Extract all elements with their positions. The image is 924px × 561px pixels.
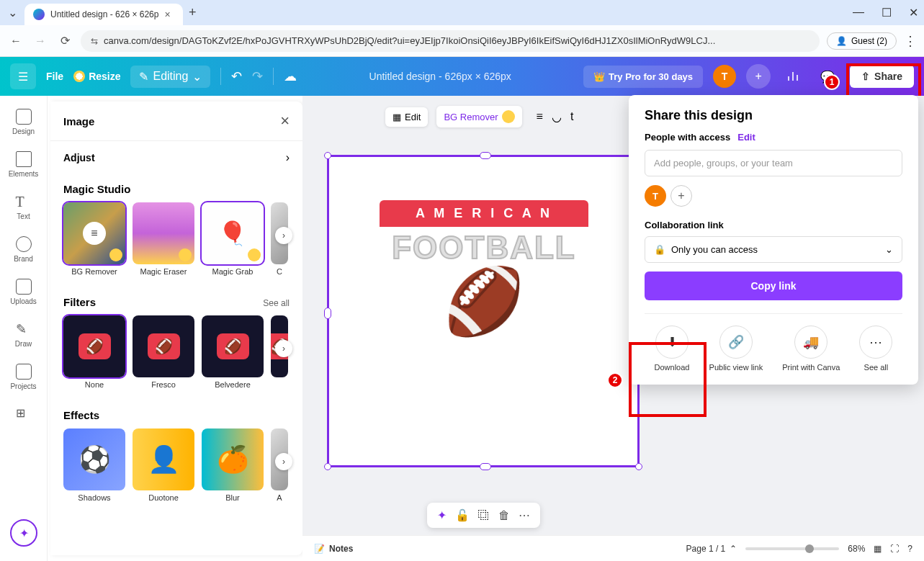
try-pro-button[interactable]: 👑Try Pro for 30 days bbox=[583, 66, 703, 88]
football-logo-image[interactable]: A M E R I C A N FOOTBALL 🏈 bbox=[380, 200, 588, 333]
rail-elements[interactable]: Elements bbox=[0, 145, 47, 184]
undo-icon[interactable]: ↶ bbox=[231, 68, 242, 84]
share-button[interactable]: ⇧ Share bbox=[850, 65, 914, 88]
rail-draw[interactable]: ✎Draw bbox=[0, 315, 47, 354]
magic-grab[interactable]: Magic Grab bbox=[202, 202, 264, 276]
page-indicator[interactable]: Page 1 / 1⌃ bbox=[686, 544, 737, 554]
rail-projects[interactable]: Projects bbox=[0, 358, 47, 396]
see-all-action[interactable]: ⋯See all bbox=[859, 326, 892, 372]
magic-assistant-button[interactable]: ✦ bbox=[10, 519, 37, 547]
editing-mode-button[interactable]: ✎Editing⌄ bbox=[130, 66, 210, 88]
resize-handle[interactable] bbox=[480, 463, 491, 470]
add-collaborator-button[interactable]: + bbox=[670, 185, 692, 207]
list-icon[interactable]: ≡ bbox=[537, 110, 543, 123]
browser-chrome: ⌄ Untitled design - 626 × 626p × + — ☐ ✕ bbox=[0, 0, 924, 25]
download-action[interactable]: ⬇Download bbox=[655, 326, 690, 372]
rail-apps[interactable]: ⊞ bbox=[0, 400, 47, 428]
new-tab-button[interactable]: + bbox=[189, 5, 197, 20]
browser-tab[interactable]: Untitled design - 626 × 626p × bbox=[24, 4, 183, 25]
scroll-right-icon[interactable]: › bbox=[275, 227, 292, 244]
magic-bg-remover[interactable]: BG Remover bbox=[63, 202, 125, 276]
filter-none[interactable]: None bbox=[63, 315, 125, 389]
site-info-icon[interactable]: ⇆ bbox=[91, 36, 98, 46]
add-member-button[interactable]: + bbox=[746, 64, 771, 89]
lock-icon[interactable]: 🔓 bbox=[455, 508, 470, 522]
delete-icon[interactable]: 🗑 bbox=[498, 509, 510, 522]
rail-brand[interactable]: Brand bbox=[0, 230, 47, 269]
browser-menu-icon[interactable]: ⋮ bbox=[904, 33, 917, 49]
copy-link-button[interactable]: Copy link bbox=[645, 271, 902, 300]
canva-top-bar: ☰ File Resize ✎Editing⌄ ↶ ↷ ☁ Untitled d… bbox=[0, 57, 924, 96]
more-icon[interactable]: ⋯ bbox=[519, 508, 530, 522]
divider bbox=[273, 68, 274, 85]
design-canvas[interactable]: A M E R I C A N FOOTBALL 🏈 bbox=[328, 156, 638, 466]
magic-studio-row: BG Remover Magic Eraser Magic Grab C › bbox=[63, 202, 290, 276]
rail-uploads[interactable]: Uploads bbox=[0, 273, 47, 311]
copy-icon[interactable]: ⿻ bbox=[478, 509, 490, 522]
minimize-icon[interactable]: — bbox=[853, 6, 864, 19]
lock-icon: 🔒 bbox=[654, 244, 665, 255]
fullscreen-icon[interactable]: ⛶ bbox=[890, 544, 899, 554]
scroll-right-icon[interactable]: › bbox=[275, 453, 292, 470]
resize-handle[interactable] bbox=[324, 152, 331, 159]
annotation-marker-2: 2 bbox=[607, 372, 623, 388]
notes-icon: 📝 bbox=[314, 544, 325, 554]
zoom-value[interactable]: 68% bbox=[848, 544, 865, 554]
notes-button[interactable]: 📝Notes bbox=[314, 544, 353, 554]
text-icon[interactable]: t bbox=[570, 110, 573, 123]
resize-handle[interactable] bbox=[635, 463, 642, 470]
crop-icon[interactable]: ◡ bbox=[552, 110, 562, 124]
design-name[interactable]: Untitled design - 626px × 626px bbox=[307, 71, 573, 82]
address-bar[interactable]: ⇆ canva.com/design/DAGToKZvf2E/hxPoJGVHT… bbox=[81, 30, 820, 52]
canvas-area: ▦Edit BG Remover ≡ ◡ t 🔒 ⿻ A M E R I C A bbox=[302, 96, 924, 561]
tab-list-dropdown[interactable]: ⌄ bbox=[6, 6, 19, 19]
crown-icon bbox=[73, 71, 85, 82]
print-action[interactable]: 🚚Print with Canva bbox=[782, 326, 840, 372]
redo-icon[interactable]: ↷ bbox=[252, 68, 263, 84]
close-tab-icon[interactable]: × bbox=[164, 9, 170, 20]
avatar[interactable]: T bbox=[713, 65, 736, 88]
zoom-slider[interactable] bbox=[745, 547, 839, 550]
filters-see-all[interactable]: See all bbox=[263, 298, 290, 308]
public-link-action[interactable]: 🔗Public view link bbox=[709, 326, 763, 372]
avatar[interactable]: T bbox=[645, 185, 666, 207]
window-controls: — ☐ ✕ bbox=[853, 6, 918, 19]
rail-text[interactable]: TText bbox=[0, 188, 47, 226]
help-icon[interactable]: ? bbox=[907, 544, 912, 554]
resize-handle[interactable] bbox=[324, 308, 331, 319]
close-window-icon[interactable]: ✕ bbox=[909, 6, 918, 19]
scroll-right-icon[interactable]: › bbox=[275, 340, 292, 357]
collab-access-select[interactable]: 🔒 Only you can access ⌄ bbox=[645, 236, 902, 263]
analytics-icon[interactable] bbox=[781, 64, 805, 89]
resize-handle[interactable] bbox=[324, 463, 331, 470]
effect-duotone[interactable]: Duotone bbox=[133, 428, 194, 502]
adjust-row[interactable]: Adjust › bbox=[50, 140, 302, 174]
grid-view-icon[interactable]: ▦ bbox=[874, 544, 882, 554]
resize-handle[interactable] bbox=[480, 152, 491, 159]
panel-title: Image bbox=[63, 115, 94, 127]
rail-design[interactable]: Design bbox=[0, 103, 47, 141]
bg-remover-button[interactable]: BG Remover bbox=[436, 106, 521, 127]
file-menu[interactable]: File bbox=[46, 71, 63, 82]
magic-icon[interactable]: ✦ bbox=[437, 508, 447, 522]
more-icon: ⋯ bbox=[859, 326, 892, 359]
effect-shadows[interactable]: Shadows bbox=[63, 428, 125, 502]
main-menu-button[interactable]: ☰ bbox=[10, 63, 36, 89]
reload-icon[interactable]: ⟳ bbox=[56, 34, 73, 48]
cloud-sync-icon[interactable]: ☁ bbox=[284, 68, 297, 84]
filter-fresco[interactable]: Fresco bbox=[133, 315, 194, 389]
collab-label: Collaboration link bbox=[645, 220, 902, 230]
effect-blur[interactable]: Blur bbox=[202, 428, 264, 502]
resize-button[interactable]: Resize bbox=[73, 71, 120, 82]
close-panel-icon[interactable]: × bbox=[280, 112, 290, 130]
edit-image-button[interactable]: ▦Edit bbox=[385, 107, 428, 127]
profile-button[interactable]: 👤 Guest (2) bbox=[827, 32, 897, 50]
address-bar-row: ← → ⟳ ⇆ canva.com/design/DAGToKZvf2E/hxP… bbox=[0, 25, 924, 57]
add-people-input[interactable]: Add people, groups, or your team bbox=[645, 150, 902, 176]
maximize-icon[interactable]: ☐ bbox=[882, 6, 892, 19]
edit-access-link[interactable]: Edit bbox=[737, 132, 755, 143]
divider bbox=[220, 68, 221, 85]
magic-eraser[interactable]: Magic Eraser bbox=[133, 202, 194, 276]
filter-belvedere[interactable]: Belvedere bbox=[202, 315, 264, 389]
back-icon[interactable]: ← bbox=[7, 35, 24, 48]
